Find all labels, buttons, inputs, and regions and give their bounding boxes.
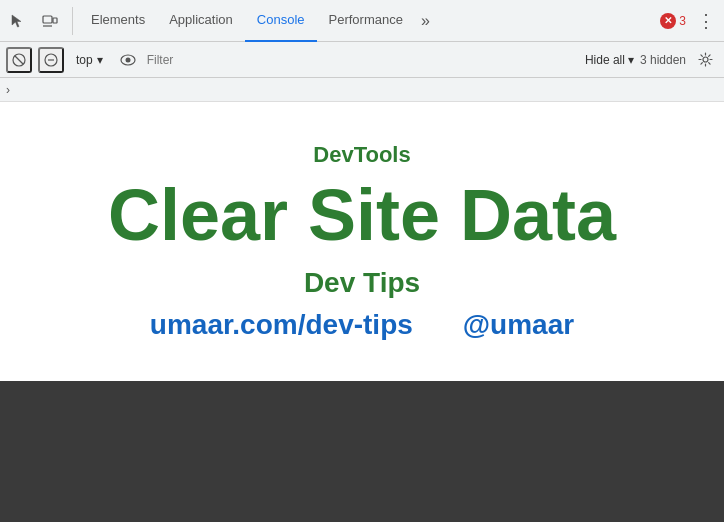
sidebar-chevron-icon[interactable]: › — [6, 83, 10, 97]
svg-point-8 — [125, 57, 130, 62]
sidebar-toggle-row: › — [0, 78, 724, 102]
devtools-label: DevTools — [108, 142, 616, 168]
links-row: umaar.com/dev-tips @umaar — [108, 309, 616, 341]
svg-rect-1 — [53, 18, 57, 23]
subtitle-label: Dev Tips — [108, 267, 616, 299]
tab-elements[interactable]: Elements — [79, 0, 157, 42]
main-title: Clear Site Data — [108, 176, 616, 255]
cursor-icon[interactable] — [4, 7, 32, 35]
tab-performance[interactable]: Performance — [317, 0, 415, 42]
toolbar-right: ✕ 3 ⋮ — [660, 7, 720, 35]
tab-overflow-button[interactable]: » — [415, 12, 436, 30]
error-badge[interactable]: ✕ 3 — [660, 13, 686, 29]
error-circle-icon: ✕ — [660, 13, 676, 29]
svg-rect-0 — [43, 16, 52, 23]
main-content: DevTools Clear Site Data Dev Tips umaar.… — [0, 102, 724, 498]
svg-point-9 — [703, 57, 708, 62]
hidden-count-label: 3 hidden — [640, 53, 686, 67]
dark-background-panel — [0, 381, 724, 498]
context-selector[interactable]: top ▾ — [70, 51, 109, 69]
content-panel: DevTools Clear Site Data Dev Tips umaar.… — [0, 102, 724, 381]
console-toolbar: top ▾ Hide all ▾ 3 hidden — [0, 42, 724, 78]
devtools-menu-button[interactable]: ⋮ — [692, 7, 720, 35]
tab-application[interactable]: Application — [157, 0, 245, 42]
stop-icon[interactable] — [38, 47, 64, 73]
eye-icon[interactable] — [115, 47, 141, 73]
twitter-link[interactable]: @umaar — [463, 309, 574, 341]
panel-inner: DevTools Clear Site Data Dev Tips umaar.… — [108, 142, 616, 341]
toolbar-icon-group — [4, 7, 73, 35]
website-link[interactable]: umaar.com/dev-tips — [150, 309, 413, 341]
svg-line-4 — [15, 56, 23, 64]
device-toolbar-icon[interactable] — [36, 7, 64, 35]
toolbar2-right: Hide all ▾ 3 hidden — [585, 47, 718, 73]
console-settings-icon[interactable] — [692, 47, 718, 73]
filter-input[interactable] — [147, 48, 579, 72]
devtools-toolbar: Elements Application Console Performance… — [0, 0, 724, 42]
tab-console[interactable]: Console — [245, 0, 317, 42]
tab-list: Elements Application Console Performance… — [79, 0, 658, 42]
hide-all-button[interactable]: Hide all ▾ — [585, 53, 634, 67]
clear-console-icon[interactable] — [6, 47, 32, 73]
